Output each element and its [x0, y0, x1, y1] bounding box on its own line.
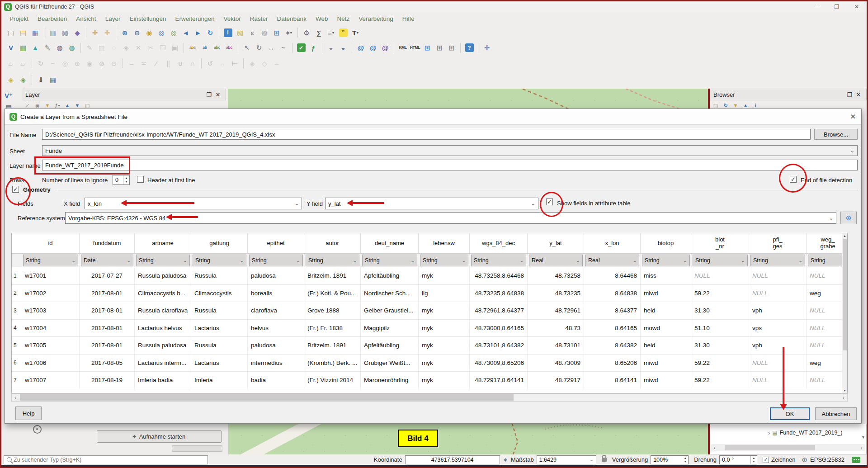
delete-selected-icon[interactable]: ✕: [132, 42, 144, 54]
pan-to-selection-icon[interactable]: ✚: [101, 27, 113, 38]
copy-features-icon[interactable]: ❐: [157, 42, 169, 54]
collapse-all-icon[interactable]: ▼: [73, 101, 81, 109]
grid-plain-icon[interactable]: ⊞: [434, 42, 445, 54]
add-ring-icon[interactable]: ◎: [59, 57, 71, 69]
offline-db-icon[interactable]: ◒: [337, 42, 349, 54]
column-type-select-id[interactable]: String⌄: [23, 255, 78, 266]
rotate-feature-icon[interactable]: ↻: [35, 57, 47, 69]
expression-filter-icon[interactable]: ƒ▾: [53, 101, 61, 109]
open-attribute-table-icon[interactable]: ⊞: [271, 27, 283, 38]
menu-item-einstellungen[interactable]: Einstellungen: [125, 15, 170, 22]
file-name-input[interactable]: D:/Science/_QGIS für Pilzfreunde/xlsx-Im…: [42, 129, 811, 140]
scroll-right-icon[interactable]: ›: [840, 395, 847, 400]
rotate-point-symbols-icon[interactable]: ↺: [204, 57, 216, 69]
chevron-right-icon[interactable]: ›: [768, 430, 770, 436]
new-print-layout-icon[interactable]: ▥: [47, 27, 59, 38]
render-checkbox[interactable]: ✓: [763, 457, 769, 463]
wms-globe-icon[interactable]: @: [367, 42, 379, 54]
messages-icon[interactable]: [852, 457, 860, 463]
float-panel-icon[interactable]: ❐: [845, 91, 854, 98]
sheet-select[interactable]: Funde ⌄: [42, 145, 858, 156]
save-project-icon[interactable]: ▦: [29, 27, 41, 38]
record-position-button[interactable]: ⌖ Aufnahme starten: [97, 430, 222, 443]
rotation-stepper[interactable]: 0,0 ° ▲▼: [719, 455, 757, 464]
close-panel-icon[interactable]: ✕: [854, 91, 863, 98]
layer-name-input[interactable]: Funde_WT_2017_2019Funde: [42, 160, 858, 170]
open-project-icon[interactable]: ▤: [17, 27, 29, 38]
measure-icon[interactable]: ⌖▾: [283, 27, 295, 38]
column-type-select-biotop[interactable]: String⌄: [642, 255, 690, 266]
float-panel-icon[interactable]: ❐: [204, 91, 213, 98]
menu-item-verarbeitung[interactable]: Verarbeitung: [354, 15, 398, 22]
menu-item-datenbank[interactable]: Datenbank: [273, 15, 311, 22]
processing-toolbox-icon[interactable]: ⚙: [301, 27, 312, 38]
html-tools-icon[interactable]: HTML: [409, 42, 421, 54]
zoom-out-icon[interactable]: ⊖: [131, 27, 143, 38]
select-by-expression-icon[interactable]: ε: [246, 27, 258, 38]
scroll-down-icon[interactable]: ▼: [842, 389, 847, 392]
pan-map-icon[interactable]: ✚: [89, 27, 101, 38]
metasearch-icon[interactable]: @: [355, 42, 367, 54]
column-type-select-y_lat[interactable]: Real⌄: [529, 255, 583, 266]
scale-select[interactable]: 1:6429 ⌄: [537, 455, 596, 464]
add-mesh-layer-icon[interactable]: ▲: [29, 42, 41, 54]
stepper-arrows-icon[interactable]: ▲▼: [682, 456, 688, 464]
stepper-arrows-icon[interactable]: ▲▼: [123, 175, 129, 184]
delete-part-icon[interactable]: ⊖: [108, 57, 120, 69]
split-features-icon[interactable]: ∕: [150, 57, 162, 69]
locator-search[interactable]: [4, 455, 208, 464]
delete-ring-icon[interactable]: ⊘: [96, 57, 108, 69]
horizontal-scroll-thumb[interactable]: [725, 445, 815, 450]
rotate-label-icon[interactable]: ↻: [253, 42, 265, 54]
menu-item-ansicht[interactable]: Ansicht: [71, 15, 100, 22]
add-postgis-layer-icon[interactable]: ◍: [54, 42, 66, 54]
add-raster-layer-icon[interactable]: ▦: [17, 42, 29, 54]
scroll-left-icon[interactable]: ‹: [711, 445, 718, 450]
offset-curve-icon[interactable]: ≍: [138, 57, 150, 69]
open-layer-styling-icon[interactable]: ✓: [24, 101, 32, 109]
menu-item-vektor[interactable]: Vektor: [219, 15, 245, 22]
browser-collapse-icon[interactable]: ▢: [712, 101, 720, 109]
column-type-select-biot_nr[interactable]: String⌄: [693, 255, 748, 266]
cut-features-icon[interactable]: ✂: [145, 42, 156, 54]
crosshair-icon[interactable]: ✛: [481, 42, 493, 54]
measure-line-icon[interactable]: ≡▾: [325, 27, 337, 38]
restore-button[interactable]: ❐: [827, 1, 847, 12]
add-feature-icon[interactable]: ◌: [108, 42, 120, 54]
scroll-right-icon[interactable]: ›: [858, 445, 865, 450]
toggle-editing-icon[interactable]: ✎: [84, 42, 95, 54]
move-label-icon[interactable]: ↖: [241, 42, 253, 54]
wfs-globe-icon[interactable]: @: [379, 42, 391, 54]
pin-labels-icon[interactable]: abc: [211, 42, 223, 54]
column-type-select-epithet[interactable]: String⌄: [249, 255, 303, 266]
select-crs-button[interactable]: ⊕: [840, 212, 857, 224]
column-type-select-gattung[interactable]: String⌄: [193, 255, 246, 266]
layout-manager-icon[interactable]: ▩: [59, 27, 71, 38]
vertex-tool-icon[interactable]: ◈: [120, 42, 132, 54]
browser-refresh-icon[interactable]: ↻: [722, 101, 730, 109]
add-part-icon[interactable]: ⊕: [71, 57, 83, 69]
eof-detection-checkbox[interactable]: ✓: [790, 176, 797, 183]
menu-item-layer[interactable]: Layer: [101, 15, 125, 22]
change-label-icon[interactable]: ↔: [265, 42, 277, 54]
merge-features-icon[interactable]: ∪: [175, 57, 186, 69]
kml-tools-icon[interactable]: KML: [397, 42, 409, 54]
digitize-curve-icon[interactable]: ⌢: [271, 57, 283, 69]
browse-button[interactable]: Browse...: [814, 129, 858, 140]
stepper-arrows-icon[interactable]: ▲▼: [750, 456, 757, 464]
zoom-next-icon[interactable]: ►: [192, 27, 204, 38]
save-layer-edits-icon[interactable]: ▦: [96, 42, 108, 54]
ignore-lines-stepper[interactable]: 0 ▲▼: [113, 175, 130, 185]
split-parts-icon[interactable]: ∥: [162, 57, 174, 69]
close-button[interactable]: ✕: [847, 1, 867, 12]
grid-blue-icon[interactable]: ⊞: [421, 42, 433, 54]
add-spatialite-layer-icon[interactable]: ◍: [66, 42, 78, 54]
reference-system-select[interactable]: Vorgabe-KBS: EPSG:4326 - WGS 84 ⌄: [65, 212, 836, 224]
map-tips-icon[interactable]: ❞: [337, 27, 349, 38]
reshape-features-icon[interactable]: ⌣: [126, 57, 137, 69]
vertical-scroll-thumb[interactable]: [843, 239, 847, 350]
zoom-to-selection-icon[interactable]: ◎: [156, 27, 167, 38]
refresh-map-icon[interactable]: ↻: [204, 27, 216, 38]
column-type-select-lebensw[interactable]: String⌄: [420, 255, 468, 266]
paste-features-icon[interactable]: ▣: [169, 42, 181, 54]
